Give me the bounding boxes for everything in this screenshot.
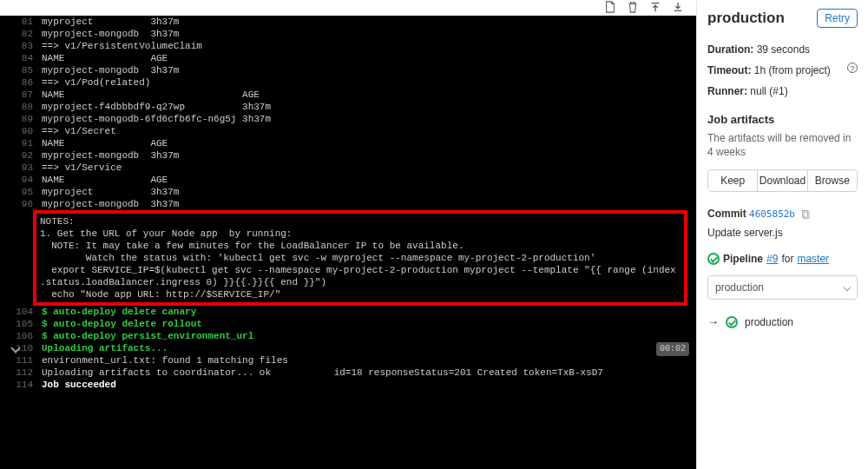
help-icon[interactable]: ?: [847, 63, 858, 73]
scroll-bottom-icon[interactable]: [672, 1, 684, 13]
commit-message: Update server.js: [707, 227, 858, 239]
browse-button[interactable]: Browse: [807, 170, 857, 191]
job-sidebar: production Retry Duration: 39 seconds Ti…: [696, 0, 868, 469]
log-line: NOTES:: [36, 215, 684, 228]
log-toolbar: [0, 0, 696, 16]
artifacts-title: Job artifacts: [707, 113, 858, 126]
log-line: 93==> v1/Service: [0, 162, 696, 174]
pipeline-link[interactable]: #9: [766, 253, 778, 265]
artifacts-buttons: Keep Download Browse: [707, 169, 858, 192]
job-list-item[interactable]: → production: [707, 315, 858, 328]
log-line: 84NAME AGE: [0, 52, 696, 64]
log-line: 94NAME AGE: [0, 174, 696, 186]
log-line: 105$ auto-deploy delete rollout: [0, 318, 696, 330]
keep-button[interactable]: Keep: [708, 170, 757, 191]
log-line: 87NAME AGE: [0, 89, 696, 101]
notes-highlight: NOTES:1. Get the URL of your Node app by…: [33, 210, 687, 306]
log-line: 114Job succeeded: [0, 379, 696, 391]
log-line: 95myproject 3h37m: [0, 186, 696, 198]
copy-icon[interactable]: [801, 209, 812, 220]
runner-row: Runner: null (#1): [707, 83, 858, 99]
commit-row: Commit 4605852b: [707, 208, 858, 220]
pipeline-row: Pipeline #9 for master: [707, 253, 858, 265]
log-line: Watch the status with: 'kubectl get svc …: [36, 252, 684, 264]
log-line: 111environment_url.txt: found 1 matching…: [0, 354, 696, 367]
log-panel: 81myproject 3h37m82myproject-mongodb 3h3…: [0, 0, 696, 469]
retry-button[interactable]: Retry: [817, 9, 858, 28]
raw-log-icon[interactable]: [604, 1, 616, 13]
chevron-down-icon: [844, 284, 851, 291]
log-line: 106$ auto-deploy persist_environment_url: [0, 330, 696, 342]
job-log[interactable]: 81myproject 3h37m82myproject-mongodb 3h3…: [0, 16, 696, 469]
download-button[interactable]: Download: [757, 170, 806, 191]
stage-dropdown[interactable]: production: [707, 275, 858, 300]
log-line: 91NAME AGE: [0, 137, 696, 149]
log-line: NOTE: It may take a few minutes for the …: [36, 240, 684, 252]
log-line: 85myproject-mongodb 3h37m: [0, 64, 696, 76]
log-line: 89myproject-mongodb-6fd6cfb6fc-n6g5j 3h3…: [0, 113, 696, 125]
scroll-top-icon[interactable]: [649, 1, 661, 13]
branch-link[interactable]: master: [797, 253, 829, 265]
log-line: 86==> v1/Pod(related): [0, 76, 696, 89]
log-line: 81myproject 3h37m: [0, 16, 696, 28]
duration-badge: 00:02: [656, 342, 689, 356]
status-success-icon: [707, 253, 720, 265]
log-line: 90==> v1/Secret: [0, 125, 696, 137]
log-line: 92myproject-mongodb 3h37m: [0, 149, 696, 162]
log-line: 88myproject-f4dbbbdf9-q27wp 3h37m: [0, 101, 696, 113]
job-title: production: [707, 10, 785, 27]
log-line: 83==> v1/PersistentVolumeClaim: [0, 40, 696, 52]
log-line: 110Uploading artifacts...00:02: [0, 342, 696, 354]
log-line: 1. Get the URL of your Node app by runni…: [36, 228, 684, 240]
duration-row: Duration: 39 seconds: [707, 42, 858, 57]
log-line: 104$ auto-deploy delete canary: [0, 306, 696, 318]
timeout-row: Timeout: 1h (from project) ?: [707, 63, 858, 78]
arrow-right-icon: →: [707, 315, 719, 328]
commit-sha-link[interactable]: 4605852b: [749, 208, 795, 220]
log-line: export SERVICE_IP=$(kubectl get svc --na…: [36, 264, 684, 288]
artifacts-note: The artifacts will be removed in 4 weeks: [707, 131, 858, 159]
log-line: echo "Node app URL: http://$SERVICE_IP/": [36, 288, 684, 301]
log-line: 82myproject-mongodb 3h37m: [0, 28, 696, 40]
log-line: 96myproject-mongodb 3h37m: [0, 198, 696, 210]
trash-icon[interactable]: [627, 1, 639, 13]
status-success-icon: [726, 316, 738, 328]
log-line: 112Uploading artifacts to coordinator...…: [0, 367, 696, 379]
